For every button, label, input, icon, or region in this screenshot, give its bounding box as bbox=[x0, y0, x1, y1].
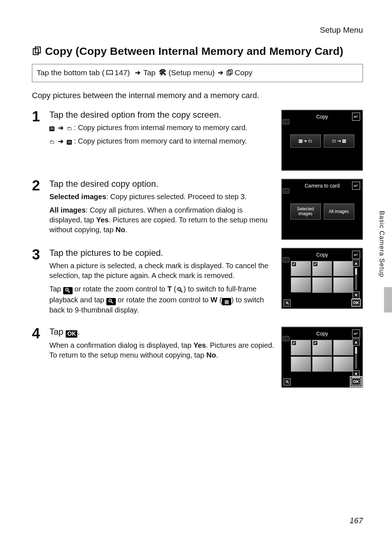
s2-t1: : Copy pictures selected. Proceed to ste… bbox=[106, 193, 247, 201]
step-num: 4 bbox=[32, 327, 43, 340]
menu-icon[interactable] bbox=[283, 336, 289, 341]
copy-in-to-card-button[interactable]: IN➔🗀︎ bbox=[290, 134, 321, 148]
scroll-up-icon[interactable]: ▲ bbox=[352, 338, 360, 346]
s4a: When a confirmation dialog is displayed,… bbox=[49, 341, 193, 349]
menu-icon[interactable] bbox=[283, 257, 289, 262]
thumbnail[interactable] bbox=[333, 277, 354, 293]
s2-t4: . bbox=[125, 226, 127, 234]
bc-t2: Tap bbox=[143, 68, 158, 77]
arrow-icon: ➔ bbox=[58, 138, 64, 145]
zoom-in-icon: 🔍︎ bbox=[63, 287, 73, 294]
ok-chip-icon: OK bbox=[66, 330, 77, 338]
s2-b1: Selected images bbox=[49, 193, 106, 201]
arrow-icon: ➔ bbox=[58, 124, 64, 132]
thumbnail[interactable] bbox=[312, 277, 332, 293]
scroll-down-icon[interactable]: ▼ bbox=[352, 291, 360, 299]
thumbnail[interactable] bbox=[333, 261, 354, 276]
in-chip-icon: IN bbox=[67, 140, 72, 145]
s4ha: Tap bbox=[49, 327, 66, 337]
step2-head: Tap the desired copy option. bbox=[49, 179, 275, 189]
lcd-confirm: Copy ↵ ✔ ✔ 🔍︎ ▲ ▼ OK bbox=[281, 327, 363, 388]
lcd-copy-screen: Copy ↵ IN➔🗀︎ 🗀︎➔IN bbox=[281, 110, 363, 171]
copy-card-to-in-button[interactable]: 🗀︎➔IN bbox=[324, 134, 354, 148]
zoom-icon[interactable]: 🔍︎ bbox=[283, 378, 291, 386]
scroll-up-icon[interactable]: ▲ bbox=[352, 259, 360, 267]
step1-head: Tap the desired option from the copy scr… bbox=[49, 110, 275, 120]
thumbnail[interactable]: ✔ bbox=[312, 340, 332, 355]
step4-p1: When a confirmation dialog is displayed,… bbox=[49, 340, 275, 360]
step-2: 2 Tap the desired copy option. Selected … bbox=[32, 179, 363, 240]
thumbnail[interactable]: ✔ bbox=[291, 261, 311, 276]
arrow-icon: ➔ bbox=[135, 69, 140, 77]
s3c: T bbox=[167, 285, 172, 293]
all-images-button[interactable]: All images bbox=[324, 203, 354, 219]
s4e: . bbox=[216, 351, 218, 359]
check-icon: ✔ bbox=[313, 262, 318, 267]
lcd-camera-to-card: Camera to card ↵ Selected images All ima… bbox=[281, 179, 363, 240]
thumbnail[interactable] bbox=[312, 356, 332, 372]
back-icon[interactable]: ↵ bbox=[352, 330, 360, 338]
s1l1: : Copy pictures from internal memory to … bbox=[74, 124, 248, 132]
lcd2-title: Camera to card bbox=[305, 183, 339, 189]
side-tab-marker bbox=[384, 287, 392, 313]
s3d: ( bbox=[172, 285, 176, 293]
thumbnail[interactable]: ✔ bbox=[291, 340, 311, 355]
title-text: Copy (Copy Between Internal Memory and M… bbox=[45, 45, 343, 57]
check-icon: ✔ bbox=[313, 340, 318, 346]
book-icon bbox=[106, 70, 113, 76]
step4-head: Tap OK. bbox=[49, 327, 275, 338]
scrollbar[interactable] bbox=[355, 347, 357, 369]
s3h: ( bbox=[217, 296, 222, 304]
card-icon: 🗀︎ bbox=[67, 125, 72, 131]
step2-p2: All images: Copy all pictures. When a co… bbox=[49, 205, 275, 235]
s4hb: . bbox=[77, 327, 80, 337]
copy-icon bbox=[32, 46, 42, 56]
s3f: or rotate the zoom control to bbox=[116, 296, 211, 304]
step-4: 4 Tap OK. When a confirmation dialog is … bbox=[32, 327, 363, 388]
check-icon: ✔ bbox=[291, 340, 297, 346]
bc-t3: (Setup menu) bbox=[168, 68, 215, 77]
step3-p2: Tap 🔍︎ or rotate the zoom control to T (… bbox=[49, 284, 275, 315]
ok-button[interactable]: OK bbox=[351, 299, 361, 307]
step1-line1: IN ➔ 🗀︎ : Copy pictures from internal me… bbox=[49, 123, 275, 133]
scrollbar[interactable] bbox=[355, 268, 357, 290]
s2-b2: All images bbox=[49, 206, 86, 214]
page-number: 167 bbox=[350, 516, 363, 525]
s4no: No bbox=[206, 351, 216, 359]
zoom-out-icon: 🔍︎ bbox=[106, 298, 116, 305]
thumbnail[interactable] bbox=[333, 356, 354, 372]
back-icon[interactable]: ↵ bbox=[352, 251, 360, 259]
zoom-icon[interactable]: 🔍︎ bbox=[283, 299, 291, 307]
lcd1-title: Copy bbox=[316, 114, 328, 120]
bc-ref: 147) bbox=[115, 68, 132, 77]
thumbnail[interactable] bbox=[291, 356, 311, 372]
copy-icon bbox=[226, 69, 233, 76]
back-icon[interactable]: ↵ bbox=[352, 113, 360, 121]
lcd-thumbnail-select: Copy ↵ ✔ ✔ 🔍︎ ▲ ▼ OK bbox=[281, 248, 363, 309]
menu-icon[interactable] bbox=[283, 119, 289, 124]
breadcrumb: Tap the bottom tab ( 147) ➔ Tap 🛠︎ (Setu… bbox=[32, 64, 363, 82]
thumbnail[interactable] bbox=[291, 277, 311, 293]
section-header: Setup Menu bbox=[32, 25, 363, 35]
ok-button[interactable]: OK bbox=[351, 378, 361, 386]
grid-icon: ▦ bbox=[222, 298, 231, 305]
lcd4-title: Copy bbox=[316, 331, 328, 337]
bc-t4: Copy bbox=[235, 68, 253, 77]
scroll-down-icon[interactable]: ▼ bbox=[352, 370, 360, 378]
s3g: W bbox=[211, 296, 217, 304]
thumbnail[interactable] bbox=[333, 340, 354, 355]
check-icon: ✔ bbox=[291, 262, 297, 267]
menu-icon[interactable] bbox=[283, 188, 289, 193]
step3-p1: When a picture is selected, a check mark… bbox=[49, 261, 275, 281]
s4yes: Yes bbox=[193, 341, 206, 349]
thumbnail[interactable]: ✔ bbox=[312, 261, 332, 276]
step-num: 2 bbox=[32, 179, 43, 192]
back-icon[interactable]: ↵ bbox=[352, 182, 360, 190]
bc-t1: Tap the bottom tab ( bbox=[37, 68, 105, 77]
s2-yes: Yes bbox=[96, 216, 109, 224]
s2-no: No bbox=[115, 226, 125, 234]
selected-images-button[interactable]: Selected images bbox=[290, 203, 321, 219]
arrow-icon: ➔ bbox=[218, 69, 223, 77]
s3a: Tap bbox=[49, 285, 63, 293]
intro-text: Copy pictures between the internal memor… bbox=[32, 91, 363, 100]
